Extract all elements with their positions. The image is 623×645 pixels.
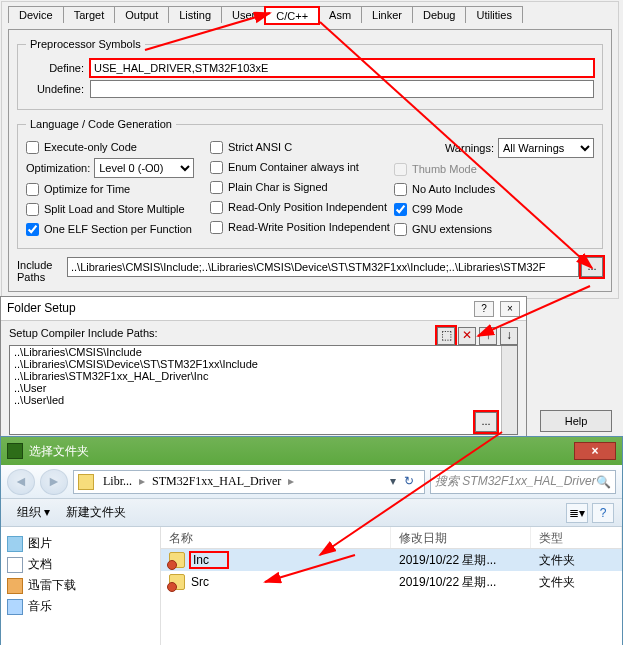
folder-setup-titlebar: Folder Setup ? × [1,297,526,321]
tab-target[interactable]: Target [63,6,116,23]
chk-one-elf[interactable]: One ELF Section per Function [26,220,210,238]
tab-listing[interactable]: Listing [168,6,222,23]
lbl-thumb: Thumb Mode [412,163,477,175]
folder-setup-moveup-button[interactable]: ↑ [479,327,497,345]
path-browse-button[interactable]: ... [475,412,497,432]
define-input[interactable] [90,59,594,77]
folder-setup-close-button[interactable]: × [500,301,520,317]
chk-thumb[interactable]: Thumb Mode [394,160,594,178]
optimization-select[interactable]: Level 0 (-O0) [94,158,194,178]
tab-debug[interactable]: Debug [412,6,466,23]
undefine-label: Undefine: [26,83,90,95]
chk-optimize-time[interactable]: Optimize for Time [26,180,210,198]
bc-seg-1[interactable]: STM32F1xx_HAL_Driver [147,474,286,489]
tab-cc[interactable]: C/C++ [265,7,319,24]
tree-item-doc[interactable]: 文档 [5,554,156,575]
lbl-c99: C99 Mode [412,203,463,215]
compiler-include-paths-list[interactable]: ..\Libraries\CMSIS\Include..\Libraries\C… [9,345,518,435]
tree-item-label: 迅雷下载 [28,577,76,594]
chevron-right-icon: ▸ [286,474,296,489]
chk-plain-char[interactable]: Plain Char is Signed [210,178,394,196]
folder-setup-title: Folder Setup [7,301,76,315]
folder-setup-delete-button[interactable]: ✕ [458,327,476,345]
tab-strip: DeviceTargetOutputListingUserC/C++AsmLin… [8,6,612,23]
include-path-line[interactable]: ..\Libraries\CMSIS\Include [10,346,517,358]
toolbar-new-folder[interactable]: 新建文件夹 [58,502,134,523]
search-input[interactable]: 搜索 STM32F1xx_HAL_Driver 🔍 [430,470,616,494]
lbl-no-auto: No Auto Includes [412,183,495,195]
include-paths-row: Include Paths ... [17,257,603,283]
search-icon[interactable]: 🔍 [596,475,611,489]
file-browser-titlebar[interactable]: 选择文件夹 × [1,437,622,465]
include-label: Include Paths [17,257,67,283]
file-browser-toolbar: 组织 ▾ 新建文件夹 ≣▾ ? [1,499,622,527]
warnings-select[interactable]: All Warnings [498,138,594,158]
folder-setup-help-button[interactable]: ? [474,301,494,317]
folder-icon [169,574,185,590]
tab-device[interactable]: Device [8,6,64,23]
folder-icon [78,474,94,490]
chk-gnu[interactable]: GNU extensions [394,220,594,238]
view-mode-button[interactable]: ≣▾ [566,503,588,523]
scrollbar[interactable] [501,346,517,434]
tree-item-music[interactable]: 音乐 [5,596,156,617]
dl-icon [7,578,23,594]
tab-asm[interactable]: Asm [318,6,362,23]
tab-user[interactable]: User [221,6,266,23]
breadcrumb[interactable]: Libr... ▸ STM32F1xx_HAL_Driver ▸ ▾ ↻ [73,470,425,494]
include-paths-input[interactable] [67,257,579,277]
folder-setup-dialog: Folder Setup ? × Setup Compiler Include … [0,296,527,444]
col-type[interactable]: 类型 [531,527,622,548]
window-close-button[interactable]: × [574,442,616,460]
include-path-line[interactable]: ..\Libraries\CMSIS\Device\ST\STM32F1xx\I… [10,358,517,370]
file-list[interactable]: 名称 修改日期 类型 Inc2019/10/22 星期...文件夹Src2019… [161,527,622,645]
nav-tree[interactable]: 图片文档迅雷下载音乐 [1,527,161,645]
pic-icon [7,536,23,552]
tab-utilities[interactable]: Utilities [465,6,522,23]
file-list-header[interactable]: 名称 修改日期 类型 [161,527,622,549]
lbl-optimize-time: Optimize for Time [44,183,130,195]
folder-setup-new-button[interactable]: ⬚ [437,327,455,345]
legend-preproc: Preprocessor Symbols [26,38,145,50]
chk-strict-ansi[interactable]: Strict ANSI C [210,138,394,156]
lbl-strict-ansi: Strict ANSI C [228,141,292,153]
undefine-input[interactable] [90,80,594,98]
refresh-icon[interactable]: ↻ [398,474,420,489]
folder-setup-movedown-button[interactable]: ↓ [500,327,518,345]
include-path-line[interactable]: ..\User\led [10,394,517,406]
chk-execute-only[interactable]: Execute-only Code [26,138,210,156]
chk-c99[interactable]: C99 Mode [394,200,594,218]
warnings-label: Warnings: [445,142,494,154]
file-row[interactable]: Inc2019/10/22 星期...文件夹 [161,549,622,571]
include-path-line[interactable]: ..\User [10,382,517,394]
col-name[interactable]: 名称 [161,527,391,548]
toolbar-organize[interactable]: 组织 ▾ [9,502,58,523]
lbl-plain-char: Plain Char is Signed [228,181,328,193]
col-date[interactable]: 修改日期 [391,527,531,548]
lbl-enum-int: Enum Container always int [228,161,359,173]
chk-rw-pi[interactable]: Read-Write Position Independent [210,218,394,236]
tree-item-label: 图片 [28,535,52,552]
file-row[interactable]: Src2019/10/22 星期...文件夹 [161,571,622,593]
folder-setup-label: Setup Compiler Include Paths: [9,327,158,339]
chk-ro-pi[interactable]: Read-Only Position Independent [210,198,394,216]
tree-item-dl[interactable]: 迅雷下载 [5,575,156,596]
tab-linker[interactable]: Linker [361,6,413,23]
chk-no-auto[interactable]: No Auto Includes [394,180,594,198]
tab-output[interactable]: Output [114,6,169,23]
include-paths-browse-button[interactable]: ... [581,257,603,277]
optimization-label: Optimization: [26,162,90,174]
chk-split-load[interactable]: Split Load and Store Multiple [26,200,210,218]
tree-item-pic[interactable]: 图片 [5,533,156,554]
nav-back-button[interactable]: ◄ [7,469,35,495]
help-button[interactable]: Help [540,410,612,432]
chk-enum-int[interactable]: Enum Container always int [210,158,394,176]
nav-forward-button[interactable]: ► [40,469,68,495]
folder-icon [169,552,185,568]
help-icon[interactable]: ? [592,503,614,523]
bc-seg-0[interactable]: Libr... [98,474,137,489]
include-path-line[interactable]: ..\Libraries\STM32F1xx_HAL_Driver\Inc [10,370,517,382]
chevron-right-icon: ▸ [137,474,147,489]
dropdown-icon[interactable]: ▾ [388,474,398,489]
file-type: 文件夹 [531,574,622,591]
